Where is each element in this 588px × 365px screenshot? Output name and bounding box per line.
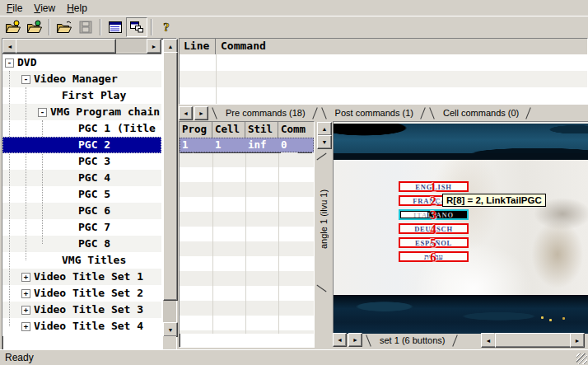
help-button[interactable]: ? xyxy=(156,17,177,37)
tree-horizontal-scrollbar[interactable]: ◄ ► xyxy=(2,39,161,52)
expand-icon[interactable]: + xyxy=(21,273,30,282)
tree-vertical-scrollbar[interactable]: ▲ ▼ xyxy=(163,39,176,335)
tab-cell-commands-active[interactable]: Cell commands (0) xyxy=(433,106,527,119)
tree-item-video-title-set-3[interactable]: +Video Title Set 3 xyxy=(2,302,161,318)
angle-scroll-up-button[interactable]: ▲ xyxy=(317,122,332,136)
collapse-icon[interactable]: - xyxy=(5,58,14,68)
scroll-thumb[interactable] xyxy=(163,52,178,301)
preview-black-strip xyxy=(334,153,588,160)
right-arrow-icon: ► xyxy=(575,338,581,344)
toolbar-separator xyxy=(49,19,50,35)
open-project-button[interactable] xyxy=(2,17,24,37)
set-tabs-scroll-left-button[interactable]: ◄ xyxy=(333,333,347,347)
column-header-stil: Stil xyxy=(245,122,278,138)
command-tabs-bar: ◄ ► Pre commands (18) Post commands (1) … xyxy=(179,103,586,121)
toolbar-separator xyxy=(100,19,101,35)
application-window: File View Help xyxy=(0,0,588,365)
button-command-tooltip: R[8] = 2, LinkTailPGC xyxy=(442,194,546,207)
tree-item-dvd[interactable]: -DVD xyxy=(2,54,161,71)
up-arrow-icon: ▲ xyxy=(322,126,328,132)
button-number: 3 xyxy=(400,208,467,222)
cell-table-header: Prog Cell Stil Comm xyxy=(180,122,314,138)
cell-table-pane: Prog Cell Stil Comm 1 1 inf 0 ◄ ► xyxy=(179,121,315,348)
button-number: 6 xyxy=(400,250,467,264)
right-arrow-icon: ► xyxy=(152,44,157,49)
list-view-icon xyxy=(108,21,123,34)
up-arrow-icon: ▲ xyxy=(168,44,174,49)
column-header-line: Line xyxy=(180,39,216,54)
open-recent-button[interactable] xyxy=(24,17,45,37)
tree-item-video-title-set-4[interactable]: +Video Title Set 4 xyxy=(2,318,161,335)
command-table-header: Line Command xyxy=(180,39,587,55)
command-table-body[interactable] xyxy=(180,54,587,104)
left-arrow-icon: ◄ xyxy=(486,338,492,344)
open-folder-button[interactable] xyxy=(54,17,75,37)
scroll-down-button[interactable]: ▼ xyxy=(163,322,178,337)
domain-tree: -DVD -Video Manager First Play -VMG Prog… xyxy=(2,54,161,336)
svg-text:?: ? xyxy=(163,21,170,34)
menu-button-english[interactable]: ENGLISH 1 xyxy=(399,181,469,192)
light-speck xyxy=(549,319,552,321)
tree-item-video-manager[interactable]: -Video Manager xyxy=(2,71,161,87)
cell-table-selected-row[interactable]: 1 1 inf 0 xyxy=(180,138,314,152)
scroll-right-button[interactable]: ► xyxy=(147,39,161,54)
scroll-thumb[interactable] xyxy=(495,333,573,348)
help-question-icon: ? xyxy=(161,20,172,35)
tree-guide-line xyxy=(9,71,10,326)
command-table-pane: Line Command xyxy=(179,38,588,105)
resize-grip[interactable] xyxy=(576,353,587,364)
left-arrow-icon: ◄ xyxy=(7,44,13,49)
expand-icon[interactable]: + xyxy=(21,289,30,298)
menu-help[interactable]: Help xyxy=(61,2,93,15)
button-number: 4 xyxy=(400,222,467,236)
tab-set-1[interactable]: set 1 (6 buttons) xyxy=(370,334,454,347)
open-folder-icon xyxy=(56,20,72,35)
status-bar: Ready xyxy=(0,349,588,365)
pgc-view-button[interactable] xyxy=(126,17,147,37)
angle-scroll-down-button[interactable]: ▼ xyxy=(317,135,332,149)
toolbar: ? xyxy=(0,16,588,38)
cell-table-body[interactable]: 1 1 inf 0 xyxy=(180,138,314,334)
menu-button-deutsch[interactable]: DEUTSCH 4 xyxy=(399,223,469,234)
menu-button-espanol[interactable]: ESPAÑOL 5 xyxy=(399,237,469,248)
menu-view[interactable]: View xyxy=(28,2,61,15)
save-button[interactable] xyxy=(75,17,96,37)
tab-angle-1[interactable]: angle 1 (ilvu 1) xyxy=(316,157,331,281)
open-folder-green-icon xyxy=(26,20,43,35)
menu-button-italiano-highlighted[interactable]: ITALIANO 3 xyxy=(399,209,469,220)
expand-icon[interactable]: + xyxy=(21,306,30,315)
preview-top-band xyxy=(334,124,588,153)
left-arrow-icon: ◄ xyxy=(183,110,189,116)
preview-bottom-band xyxy=(334,295,588,334)
menu-file[interactable]: File xyxy=(1,2,28,15)
command-list-view-button[interactable] xyxy=(105,17,126,37)
collapse-icon[interactable]: - xyxy=(21,75,30,84)
tabs-scroll-left-button[interactable]: ◄ xyxy=(179,106,193,120)
column-header-comm: Comm xyxy=(278,122,314,138)
open-folder-yellow-icon xyxy=(5,20,21,35)
tab-slant xyxy=(316,285,326,292)
tabs-scroll-right-button[interactable]: ► xyxy=(194,106,208,120)
collapse-icon[interactable]: - xyxy=(38,108,47,117)
save-floppy-icon xyxy=(78,20,93,35)
tree-item-pgc-2-selected[interactable]: PGC 2 xyxy=(2,137,161,153)
menu-preview[interactable]: ENGLISH 1 FRANÇAIS 2 ITALIANO 3 DEUTSCH … xyxy=(333,121,588,334)
light-speck xyxy=(562,317,565,320)
tab-post-commands[interactable]: Post commands (1) xyxy=(325,106,422,119)
down-arrow-icon: ▼ xyxy=(322,139,328,145)
scroll-right-button[interactable]: ► xyxy=(570,333,585,348)
scroll-thumb[interactable] xyxy=(16,39,116,54)
expand-icon[interactable]: + xyxy=(21,322,30,331)
angle-tab-strip: ▲ ▼ angle 1 (ilvu 1) xyxy=(315,121,333,346)
tree-item-video-title-set-1[interactable]: +Video Title Set 1 xyxy=(2,269,161,285)
preview-horizontal-scrollbar[interactable]: ◄ ► xyxy=(481,333,586,346)
light-speck xyxy=(541,316,544,319)
status-text: Ready xyxy=(5,352,34,363)
column-header-cell: Cell xyxy=(212,122,245,138)
menu-button-hebrew[interactable]: עברית 6 xyxy=(399,251,469,262)
left-arrow-icon: ◄ xyxy=(337,337,343,343)
column-header-prog: Prog xyxy=(180,122,212,138)
set-tabs-scroll-right-button[interactable]: ► xyxy=(348,333,362,347)
tab-pre-commands[interactable]: Pre commands (18) xyxy=(216,106,314,119)
tree-item-video-title-set-2[interactable]: +Video Title Set 2 xyxy=(2,285,161,302)
